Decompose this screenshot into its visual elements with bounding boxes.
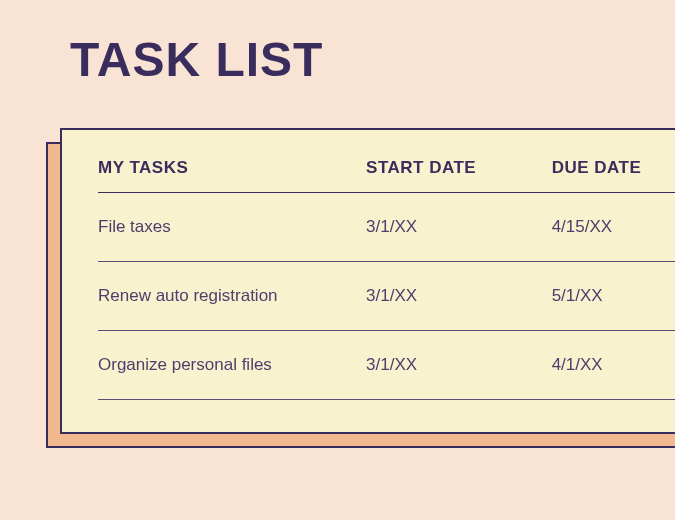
task-name-cell: Renew auto registration bbox=[98, 262, 366, 331]
due-date-cell: 5/1/XX bbox=[552, 262, 675, 331]
page-title: TASK LIST bbox=[0, 0, 675, 111]
task-name-cell: Organize personal files bbox=[98, 331, 366, 400]
column-header-due: DUE DATE bbox=[552, 158, 675, 193]
table-row: Organize personal files 3/1/XX 4/1/XX bbox=[98, 331, 675, 400]
task-card-container: MY TASKS START DATE DUE DATE File taxes … bbox=[60, 128, 675, 434]
table-row: Renew auto registration 3/1/XX 5/1/XX bbox=[98, 262, 675, 331]
column-header-start: START DATE bbox=[366, 158, 552, 193]
table-row: File taxes 3/1/XX 4/15/XX bbox=[98, 193, 675, 262]
task-card: MY TASKS START DATE DUE DATE File taxes … bbox=[60, 128, 675, 434]
start-date-cell: 3/1/XX bbox=[366, 262, 552, 331]
task-table: MY TASKS START DATE DUE DATE File taxes … bbox=[98, 158, 675, 400]
column-header-tasks: MY TASKS bbox=[98, 158, 366, 193]
due-date-cell: 4/1/XX bbox=[552, 331, 675, 400]
table-header-row: MY TASKS START DATE DUE DATE bbox=[98, 158, 675, 193]
start-date-cell: 3/1/XX bbox=[366, 193, 552, 262]
start-date-cell: 3/1/XX bbox=[366, 331, 552, 400]
due-date-cell: 4/15/XX bbox=[552, 193, 675, 262]
task-name-cell: File taxes bbox=[98, 193, 366, 262]
